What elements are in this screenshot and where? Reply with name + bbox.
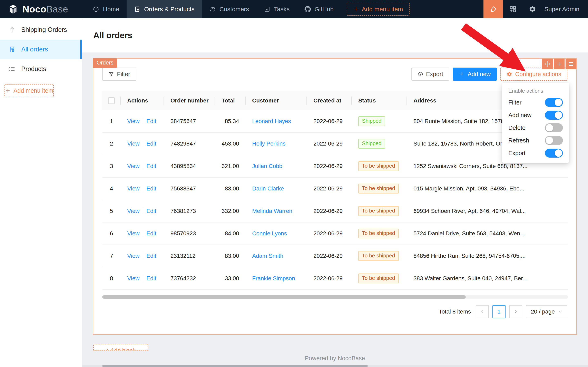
total-cell: 83.00: [215, 177, 246, 200]
drag-handle[interactable]: [542, 58, 553, 69]
table-row: 6ViewEdit9857092384.00Connie Lyons2022-0…: [102, 222, 568, 245]
edit-link[interactable]: Edit: [146, 275, 156, 282]
team-icon: [209, 6, 216, 12]
order-number-cell: 43895834: [164, 155, 215, 177]
nav-item-customers[interactable]: Customers: [202, 0, 256, 18]
view-link[interactable]: View: [127, 185, 139, 192]
sidebar-item-products[interactable]: Products: [0, 59, 82, 79]
ui-editor-button[interactable]: [483, 0, 503, 18]
total-cell: 453.00: [215, 133, 246, 155]
customer-link[interactable]: Holly Perkins: [252, 141, 286, 147]
toggle-refresh[interactable]: [545, 136, 563, 145]
created-at-cell: 2022-06-29: [307, 177, 352, 200]
toggle-add-new[interactable]: [545, 111, 563, 120]
view-link[interactable]: View: [127, 163, 139, 169]
edit-link[interactable]: Edit: [146, 230, 156, 237]
customer-link[interactable]: Leonard Hayes: [252, 118, 291, 124]
actions-cell: ViewEdit: [121, 222, 164, 245]
edit-link[interactable]: Edit: [146, 141, 156, 147]
divider: [143, 185, 143, 191]
toggle-filter[interactable]: [545, 98, 563, 107]
created-at-cell: 2022-06-29: [307, 267, 352, 290]
block-menu-button[interactable]: [565, 58, 576, 69]
nav-item-tasks[interactable]: Tasks: [256, 0, 297, 18]
table-horizontal-scrollbar[interactable]: [102, 295, 466, 299]
pagination-prev-button[interactable]: [476, 305, 489, 318]
status-cell: To be shipped: [352, 155, 407, 177]
pagination-page-1[interactable]: 1: [492, 305, 505, 318]
nav-item-label: GitHub: [315, 6, 334, 13]
navbar-right: Super Admin: [483, 0, 588, 18]
settings-button[interactable]: [523, 0, 542, 18]
add-block-button[interactable]: + Add block: [93, 344, 148, 350]
divider: [143, 275, 143, 281]
total-cell: 332.00: [215, 200, 246, 222]
view-link[interactable]: View: [127, 253, 139, 259]
view-link[interactable]: View: [127, 275, 139, 282]
customer-link[interactable]: Julian Cobb: [252, 163, 282, 169]
enable-action-row-filter: Filter: [502, 96, 569, 109]
customer-link[interactable]: Adam Smith: [252, 253, 283, 259]
navbar-add-menu-item-button[interactable]: Add menu item: [347, 3, 410, 16]
sidebar-item-label: All orders: [21, 46, 48, 53]
view-link[interactable]: View: [127, 208, 139, 214]
column-header-customer: Customer: [246, 91, 307, 110]
user-menu[interactable]: Super Admin: [542, 6, 588, 13]
enable-action-label: Refresh: [508, 137, 529, 144]
toggle-export[interactable]: [545, 149, 563, 158]
customer-link[interactable]: Connie Lyons: [252, 230, 287, 237]
configure-actions-button[interactable]: Configure actions: [500, 67, 567, 81]
chevron-right-icon: [513, 309, 518, 314]
edit-link[interactable]: Edit: [146, 208, 156, 214]
orders-table: ActionsOrder numberTotalCustomerCreated …: [102, 91, 568, 290]
customer-link[interactable]: Frankie Simpson: [252, 275, 295, 282]
plugins-button[interactable]: [503, 0, 523, 18]
sidebar-item-all-orders[interactable]: All orders: [0, 40, 82, 59]
created-at-cell: 2022-06-29: [307, 222, 352, 245]
select-all-checkbox[interactable]: [108, 97, 115, 104]
enable-action-label: Add new: [508, 112, 531, 119]
column-header-created-at: Created at: [307, 91, 352, 110]
select-all-header: [102, 91, 121, 110]
customer-cell: Connie Lyons: [246, 222, 307, 245]
page-size-select[interactable]: 20 / page: [526, 305, 567, 318]
actions-cell: ViewEdit: [121, 110, 164, 133]
edit-link[interactable]: Edit: [146, 185, 156, 192]
status-tag: To be shipped: [358, 229, 399, 238]
nav-item-home[interactable]: Home: [85, 0, 126, 18]
toggle-delete[interactable]: [545, 123, 563, 132]
toggle-knob: [555, 150, 562, 157]
status-tag: To be shipped: [358, 161, 399, 171]
add-new-button-label: Add new: [468, 71, 491, 78]
divider: [143, 253, 143, 259]
filter-button[interactable]: Filter: [102, 67, 136, 81]
created-at-cell: 2022-06-29: [307, 200, 352, 222]
page-horizontal-scrollbar[interactable]: [102, 365, 368, 367]
top-navbar: NocoBase HomeOrders & ProductsCustomersT…: [0, 0, 588, 18]
row-index: 3: [102, 155, 121, 177]
main-area: All orders Orders Filter Export: [82, 18, 588, 367]
sidebar-item-shipping-orders[interactable]: Shipping Orders: [0, 20, 82, 40]
block-add-button[interactable]: [554, 58, 564, 69]
table-row: 1ViewEdit3847564785.34Leonard Hayes2022-…: [102, 110, 568, 133]
row-index: 1: [102, 110, 121, 133]
pagination-next-button[interactable]: [509, 305, 522, 318]
order-number-cell: 38475647: [164, 110, 215, 133]
nocobase-logo[interactable]: NocoBase: [0, 0, 85, 18]
edit-link[interactable]: Edit: [146, 253, 156, 259]
edit-link[interactable]: Edit: [146, 118, 156, 124]
plus-icon: [459, 71, 465, 77]
sidebar-add-menu-item-button[interactable]: Add menu item: [5, 84, 54, 97]
add-new-button[interactable]: Add new: [453, 67, 497, 81]
nav-item-orders-products[interactable]: Orders & Products: [126, 0, 202, 18]
edit-link[interactable]: Edit: [146, 163, 156, 169]
nav-item-github[interactable]: GitHub: [297, 0, 341, 18]
customer-link[interactable]: Melinda Warren: [252, 208, 292, 214]
export-button[interactable]: Export: [412, 67, 449, 81]
view-link[interactable]: View: [127, 141, 139, 147]
view-link[interactable]: View: [127, 230, 139, 237]
gear-icon: [506, 71, 512, 77]
view-link[interactable]: View: [127, 118, 139, 124]
enable-action-row-refresh: Refresh: [502, 134, 569, 147]
customer-link[interactable]: Darin Clarke: [252, 185, 284, 192]
